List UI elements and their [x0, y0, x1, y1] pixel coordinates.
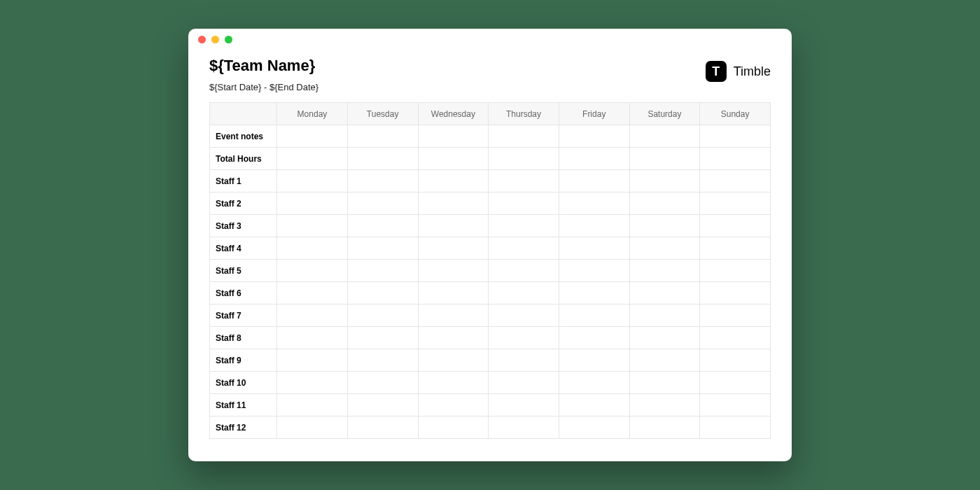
schedule-cell[interactable] — [489, 394, 559, 416]
schedule-cell[interactable] — [629, 282, 700, 304]
schedule-cell[interactable] — [559, 372, 629, 394]
schedule-cell[interactable] — [489, 170, 559, 192]
schedule-cell[interactable] — [559, 304, 629, 327]
schedule-cell[interactable] — [629, 327, 700, 349]
schedule-cell[interactable] — [700, 372, 771, 394]
schedule-cell[interactable] — [629, 125, 700, 148]
schedule-cell[interactable] — [418, 327, 489, 349]
schedule-cell[interactable] — [489, 349, 559, 372]
schedule-cell[interactable] — [489, 148, 559, 170]
schedule-cell[interactable] — [277, 215, 348, 237]
schedule-cell[interactable] — [277, 260, 348, 282]
schedule-cell[interactable] — [347, 394, 418, 416]
schedule-cell[interactable] — [347, 148, 418, 170]
schedule-cell[interactable] — [277, 125, 348, 148]
schedule-cell[interactable] — [489, 416, 559, 439]
schedule-cell[interactable] — [347, 192, 418, 215]
schedule-cell[interactable] — [489, 372, 559, 394]
schedule-cell[interactable] — [418, 394, 489, 416]
schedule-cell[interactable] — [489, 125, 559, 148]
schedule-cell[interactable] — [277, 349, 348, 372]
schedule-cell[interactable] — [559, 237, 629, 260]
schedule-cell[interactable] — [277, 170, 348, 192]
schedule-cell[interactable] — [629, 192, 700, 215]
window-close-icon[interactable] — [198, 36, 206, 43]
schedule-cell[interactable] — [629, 394, 700, 416]
schedule-cell[interactable] — [489, 304, 559, 327]
schedule-cell[interactable] — [700, 394, 771, 416]
schedule-cell[interactable] — [559, 170, 629, 192]
schedule-cell[interactable] — [489, 282, 559, 304]
schedule-cell[interactable] — [347, 125, 418, 148]
schedule-cell[interactable] — [629, 237, 700, 260]
schedule-cell[interactable] — [559, 416, 629, 439]
schedule-cell[interactable] — [700, 349, 771, 372]
schedule-cell[interactable] — [277, 192, 348, 215]
schedule-cell[interactable] — [277, 327, 348, 349]
schedule-cell[interactable] — [347, 170, 418, 192]
schedule-cell[interactable] — [629, 372, 700, 394]
schedule-cell[interactable] — [559, 192, 629, 215]
schedule-cell[interactable] — [700, 237, 771, 260]
schedule-cell[interactable] — [700, 260, 771, 282]
schedule-cell[interactable] — [418, 148, 489, 170]
schedule-cell[interactable] — [629, 349, 700, 372]
schedule-cell[interactable] — [277, 394, 348, 416]
schedule-cell[interactable] — [559, 349, 629, 372]
schedule-cell[interactable] — [629, 304, 700, 327]
schedule-cell[interactable] — [347, 304, 418, 327]
schedule-cell[interactable] — [629, 260, 700, 282]
schedule-cell[interactable] — [629, 215, 700, 237]
schedule-cell[interactable] — [418, 260, 489, 282]
window-minimize-icon[interactable] — [211, 36, 219, 43]
schedule-cell[interactable] — [700, 327, 771, 349]
schedule-cell[interactable] — [700, 215, 771, 237]
schedule-cell[interactable] — [489, 327, 559, 349]
schedule-cell[interactable] — [418, 125, 489, 148]
schedule-cell[interactable] — [629, 170, 700, 192]
schedule-cell[interactable] — [700, 148, 771, 170]
schedule-cell[interactable] — [347, 416, 418, 439]
schedule-cell[interactable] — [418, 416, 489, 439]
schedule-cell[interactable] — [700, 282, 771, 304]
schedule-cell[interactable] — [559, 215, 629, 237]
schedule-cell[interactable] — [277, 148, 348, 170]
schedule-cell[interactable] — [559, 260, 629, 282]
schedule-cell[interactable] — [418, 349, 489, 372]
schedule-cell[interactable] — [629, 416, 700, 439]
schedule-cell[interactable] — [418, 192, 489, 215]
window-zoom-icon[interactable] — [225, 36, 232, 43]
schedule-cell[interactable] — [559, 327, 629, 349]
schedule-cell[interactable] — [489, 215, 559, 237]
schedule-cell[interactable] — [559, 282, 629, 304]
schedule-cell[interactable] — [418, 304, 489, 327]
schedule-cell[interactable] — [489, 237, 559, 260]
schedule-cell[interactable] — [418, 215, 489, 237]
schedule-cell[interactable] — [347, 349, 418, 372]
schedule-cell[interactable] — [277, 282, 348, 304]
schedule-cell[interactable] — [347, 215, 418, 237]
schedule-cell[interactable] — [347, 260, 418, 282]
schedule-cell[interactable] — [418, 237, 489, 260]
schedule-cell[interactable] — [347, 327, 418, 349]
schedule-cell[interactable] — [347, 237, 418, 260]
schedule-cell[interactable] — [489, 260, 559, 282]
schedule-cell[interactable] — [277, 237, 348, 260]
schedule-cell[interactable] — [418, 282, 489, 304]
schedule-cell[interactable] — [700, 192, 771, 215]
schedule-cell[interactable] — [559, 125, 629, 148]
schedule-cell[interactable] — [700, 125, 771, 148]
schedule-cell[interactable] — [700, 170, 771, 192]
schedule-cell[interactable] — [489, 192, 559, 215]
schedule-cell[interactable] — [559, 394, 629, 416]
schedule-cell[interactable] — [700, 416, 771, 439]
schedule-cell[interactable] — [277, 416, 348, 439]
schedule-cell[interactable] — [629, 148, 700, 170]
schedule-cell[interactable] — [700, 304, 771, 327]
schedule-cell[interactable] — [559, 148, 629, 170]
schedule-cell[interactable] — [347, 282, 418, 304]
schedule-cell[interactable] — [418, 372, 489, 394]
schedule-cell[interactable] — [277, 372, 348, 394]
schedule-cell[interactable] — [418, 170, 489, 192]
schedule-cell[interactable] — [277, 304, 348, 327]
